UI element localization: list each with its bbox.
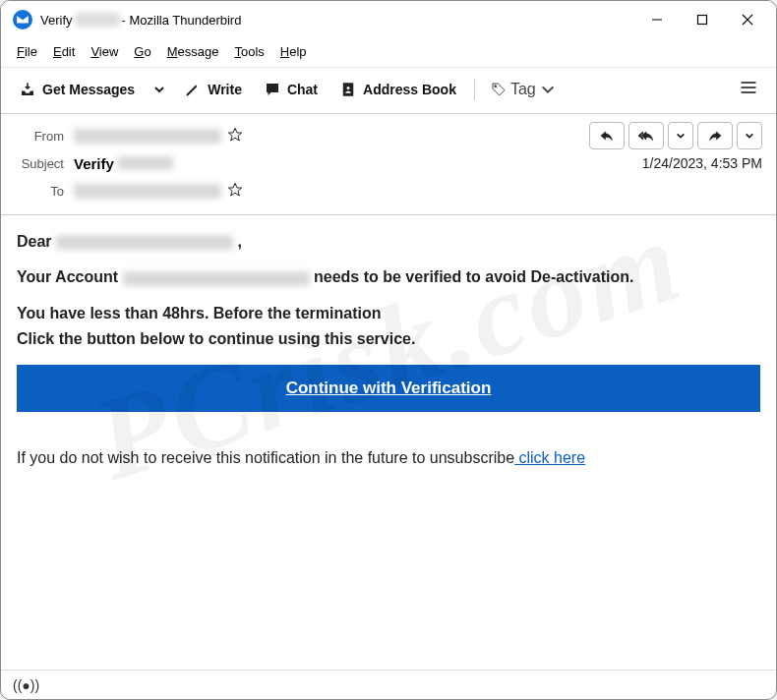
titlebar: Verify - Mozilla Thunderbird [1, 1, 776, 38]
forward-icon [707, 128, 723, 144]
message-body: Dear , Your Account needs to be verified… [1, 215, 776, 670]
inbox-download-icon [19, 81, 36, 98]
hamburger-icon [739, 78, 758, 97]
account-line: Your Account needs to be verified to avo… [17, 266, 760, 288]
redacted-recipient [56, 235, 233, 250]
menu-help[interactable]: Help [274, 42, 313, 61]
chat-button[interactable]: Chat [256, 77, 326, 102]
redacted-from [74, 129, 221, 144]
svg-rect-1 [698, 16, 707, 25]
greeting-line: Dear , [17, 231, 760, 253]
message-date: 1/24/2023, 4:53 PM [642, 155, 762, 171]
menu-tools[interactable]: Tools [228, 42, 269, 61]
app-menu-button[interactable] [731, 74, 766, 105]
subject-label: Subject [15, 156, 74, 171]
minimize-button[interactable] [634, 3, 680, 36]
get-messages-label: Get Messages [42, 82, 135, 97]
window-controls [634, 3, 770, 36]
warning-line-2: Click the button below to continue using… [17, 328, 760, 350]
get-messages-dropdown[interactable] [149, 84, 170, 95]
connection-indicator: ((●)) [13, 677, 39, 693]
thunderbird-window: Verify - Mozilla Thunderbird File Edit V… [0, 0, 777, 700]
reply-dropdown[interactable] [668, 122, 693, 149]
tag-label: Tag [510, 81, 536, 98]
toolbar-separator [474, 79, 475, 100]
chat-icon [264, 81, 281, 98]
svg-point-5 [347, 87, 350, 89]
tag-icon [491, 82, 507, 97]
thunderbird-icon [13, 10, 32, 29]
star-from-button[interactable] [227, 127, 243, 146]
tag-button[interactable]: Tag [485, 77, 562, 102]
svg-marker-11 [228, 183, 241, 196]
redacted-account [123, 271, 310, 286]
subject-prefix: Verify [74, 155, 114, 172]
write-label: Write [208, 82, 242, 97]
message-header: From [1, 114, 776, 215]
chevron-down-icon [745, 131, 754, 141]
close-button[interactable] [725, 3, 770, 36]
reply-button-group [589, 122, 762, 149]
address-book-icon [339, 81, 357, 98]
menu-go[interactable]: Go [128, 42, 156, 61]
address-book-label: Address Book [363, 82, 456, 97]
menu-message[interactable]: Message [161, 42, 225, 61]
reply-icon [599, 128, 615, 144]
from-label: From [15, 129, 74, 144]
redacted-to [74, 184, 221, 199]
chevron-down-icon [676, 131, 686, 141]
menu-view[interactable]: View [85, 42, 124, 61]
unsubscribe-link[interactable]: click here [514, 449, 585, 466]
star-icon [227, 182, 243, 198]
continue-verification-button[interactable]: Continue with Verification [17, 365, 760, 412]
warning-line-1: You have less than 48hrs. Before the ter… [17, 303, 760, 324]
window-title-suffix: - Mozilla Thunderbird [122, 13, 242, 28]
forward-button[interactable] [697, 122, 733, 149]
menu-edit[interactable]: Edit [47, 42, 81, 61]
toolbar: Get Messages Write Chat Address Book Tag [1, 68, 776, 114]
redacted-title [75, 13, 120, 27]
window-title-prefix: Verify [40, 13, 73, 28]
maximize-button[interactable] [680, 3, 725, 36]
redacted-subject [118, 156, 173, 170]
svg-marker-10 [228, 128, 241, 141]
to-label: To [15, 184, 74, 199]
menu-file[interactable]: File [11, 42, 43, 61]
reply-all-button[interactable] [628, 122, 664, 149]
chat-label: Chat [287, 82, 318, 97]
status-bar: ((●)) [1, 670, 776, 699]
unsubscribe-text: If you do not wish to receive this notif… [17, 447, 760, 469]
more-actions-dropdown[interactable] [737, 122, 762, 149]
menubar: File Edit View Go Message Tools Help [1, 38, 776, 68]
get-messages-button[interactable]: Get Messages [11, 77, 143, 102]
chevron-down-icon [540, 82, 556, 97]
star-to-button[interactable] [227, 182, 243, 201]
pencil-icon [184, 81, 202, 98]
svg-point-6 [495, 86, 497, 88]
reply-button[interactable] [589, 122, 625, 149]
reply-all-icon [638, 128, 654, 144]
chevron-down-icon [153, 84, 165, 95]
write-button[interactable]: Write [176, 77, 250, 102]
address-book-button[interactable]: Address Book [331, 77, 464, 102]
star-icon [227, 127, 243, 143]
